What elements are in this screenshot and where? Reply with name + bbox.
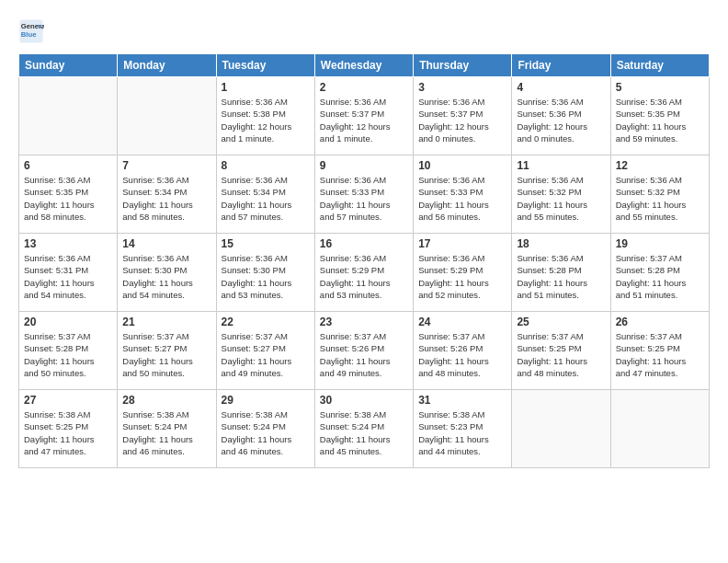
logo: General Blue — [18, 18, 48, 44]
day-number: 26 — [616, 316, 704, 328]
day-number: 6 — [24, 159, 112, 172]
calendar-cell: 21Sunrise: 5:37 AM Sunset: 5:27 PM Dayli… — [118, 312, 216, 390]
calendar-cell: 27Sunrise: 5:38 AM Sunset: 5:25 PM Dayli… — [19, 390, 118, 468]
calendar-week-row: 20Sunrise: 5:37 AM Sunset: 5:28 PM Dayli… — [19, 312, 710, 390]
day-number: 25 — [517, 316, 605, 328]
weekday-header: Wednesday — [314, 54, 413, 77]
calendar-cell: 31Sunrise: 5:38 AM Sunset: 5:23 PM Dayli… — [414, 390, 512, 468]
day-number: 23 — [320, 316, 408, 328]
day-info: Sunrise: 5:36 AM Sunset: 5:30 PM Dayligh… — [222, 252, 310, 301]
day-info: Sunrise: 5:36 AM Sunset: 5:37 PM Dayligh… — [418, 96, 506, 144]
day-number: 22 — [222, 316, 310, 328]
calendar-week-row: 1Sunrise: 5:36 AM Sunset: 5:38 PM Daylig… — [19, 77, 710, 155]
calendar-cell — [512, 390, 610, 468]
day-number: 21 — [122, 316, 210, 328]
day-info: Sunrise: 5:36 AM Sunset: 5:33 PM Dayligh… — [320, 174, 408, 223]
day-number: 2 — [320, 81, 408, 94]
day-number: 14 — [122, 237, 210, 250]
calendar-cell — [610, 390, 709, 468]
calendar-cell: 30Sunrise: 5:38 AM Sunset: 5:24 PM Dayli… — [314, 390, 413, 468]
weekday-header: Thursday — [414, 54, 512, 77]
day-info: Sunrise: 5:36 AM Sunset: 5:38 PM Dayligh… — [222, 96, 310, 144]
calendar-cell: 20Sunrise: 5:37 AM Sunset: 5:28 PM Dayli… — [19, 312, 118, 390]
weekday-header: Tuesday — [216, 54, 314, 77]
day-number: 16 — [320, 237, 408, 250]
day-info: Sunrise: 5:36 AM Sunset: 5:29 PM Dayligh… — [320, 252, 408, 301]
calendar-cell — [19, 77, 118, 155]
day-number: 4 — [517, 81, 605, 94]
calendar-cell: 13Sunrise: 5:36 AM Sunset: 5:31 PM Dayli… — [19, 234, 118, 312]
calendar-cell: 19Sunrise: 5:37 AM Sunset: 5:28 PM Dayli… — [610, 234, 709, 312]
day-number: 7 — [122, 159, 210, 172]
day-info: Sunrise: 5:37 AM Sunset: 5:28 PM Dayligh… — [24, 330, 112, 379]
calendar-cell: 7Sunrise: 5:36 AM Sunset: 5:34 PM Daylig… — [118, 155, 216, 234]
day-info: Sunrise: 5:36 AM Sunset: 5:34 PM Dayligh… — [122, 174, 210, 223]
calendar-cell: 15Sunrise: 5:36 AM Sunset: 5:30 PM Dayli… — [216, 234, 314, 312]
page-header: General Blue — [18, 18, 710, 44]
calendar-cell — [118, 77, 216, 155]
day-info: Sunrise: 5:38 AM Sunset: 5:23 PM Dayligh… — [418, 408, 506, 457]
calendar-cell: 11Sunrise: 5:36 AM Sunset: 5:32 PM Dayli… — [512, 155, 610, 234]
calendar-cell: 9Sunrise: 5:36 AM Sunset: 5:33 PM Daylig… — [314, 155, 413, 234]
day-info: Sunrise: 5:37 AM Sunset: 5:25 PM Dayligh… — [616, 330, 704, 379]
calendar-cell: 28Sunrise: 5:38 AM Sunset: 5:24 PM Dayli… — [118, 390, 216, 468]
day-number: 31 — [418, 394, 506, 407]
calendar-cell: 22Sunrise: 5:37 AM Sunset: 5:27 PM Dayli… — [216, 312, 314, 390]
day-info: Sunrise: 5:38 AM Sunset: 5:24 PM Dayligh… — [320, 408, 408, 457]
day-info: Sunrise: 5:37 AM Sunset: 5:25 PM Dayligh… — [517, 330, 605, 379]
day-info: Sunrise: 5:36 AM Sunset: 5:35 PM Dayligh… — [24, 174, 112, 223]
day-number: 20 — [24, 316, 112, 328]
day-info: Sunrise: 5:36 AM Sunset: 5:37 PM Dayligh… — [320, 96, 408, 144]
calendar-cell: 2Sunrise: 5:36 AM Sunset: 5:37 PM Daylig… — [314, 77, 413, 155]
svg-text:Blue: Blue — [21, 30, 37, 39]
day-number: 8 — [222, 159, 310, 172]
day-number: 9 — [320, 159, 408, 172]
calendar-week-row: 13Sunrise: 5:36 AM Sunset: 5:31 PM Dayli… — [19, 234, 710, 312]
calendar-cell: 26Sunrise: 5:37 AM Sunset: 5:25 PM Dayli… — [610, 312, 709, 390]
calendar-cell: 3Sunrise: 5:36 AM Sunset: 5:37 PM Daylig… — [414, 77, 512, 155]
calendar-cell: 17Sunrise: 5:36 AM Sunset: 5:29 PM Dayli… — [414, 234, 512, 312]
calendar-cell: 8Sunrise: 5:36 AM Sunset: 5:34 PM Daylig… — [216, 155, 314, 234]
day-info: Sunrise: 5:38 AM Sunset: 5:25 PM Dayligh… — [24, 408, 112, 457]
day-info: Sunrise: 5:36 AM Sunset: 5:31 PM Dayligh… — [24, 252, 112, 301]
day-info: Sunrise: 5:36 AM Sunset: 5:36 PM Dayligh… — [517, 96, 605, 144]
calendar-cell: 4Sunrise: 5:36 AM Sunset: 5:36 PM Daylig… — [512, 77, 610, 155]
day-number: 13 — [24, 237, 112, 250]
day-info: Sunrise: 5:36 AM Sunset: 5:28 PM Dayligh… — [517, 252, 605, 301]
day-info: Sunrise: 5:36 AM Sunset: 5:34 PM Dayligh… — [222, 174, 310, 223]
day-number: 11 — [517, 159, 605, 172]
day-info: Sunrise: 5:37 AM Sunset: 5:28 PM Dayligh… — [616, 252, 704, 301]
day-number: 29 — [222, 394, 310, 407]
calendar-cell: 12Sunrise: 5:36 AM Sunset: 5:32 PM Dayli… — [610, 155, 709, 234]
weekday-header: Sunday — [19, 54, 118, 77]
day-info: Sunrise: 5:36 AM Sunset: 5:32 PM Dayligh… — [517, 174, 605, 223]
day-number: 30 — [320, 394, 408, 407]
day-number: 5 — [616, 81, 704, 94]
day-number: 24 — [418, 316, 506, 328]
day-info: Sunrise: 5:36 AM Sunset: 5:30 PM Dayligh… — [122, 252, 210, 301]
calendar-cell: 18Sunrise: 5:36 AM Sunset: 5:28 PM Dayli… — [512, 234, 610, 312]
day-info: Sunrise: 5:37 AM Sunset: 5:26 PM Dayligh… — [418, 330, 506, 379]
calendar-week-row: 6Sunrise: 5:36 AM Sunset: 5:35 PM Daylig… — [19, 155, 710, 234]
weekday-header: Monday — [118, 54, 216, 77]
calendar-cell: 14Sunrise: 5:36 AM Sunset: 5:30 PM Dayli… — [118, 234, 216, 312]
calendar-cell: 16Sunrise: 5:36 AM Sunset: 5:29 PM Dayli… — [314, 234, 413, 312]
calendar-cell: 5Sunrise: 5:36 AM Sunset: 5:35 PM Daylig… — [610, 77, 709, 155]
calendar-cell: 23Sunrise: 5:37 AM Sunset: 5:26 PM Dayli… — [314, 312, 413, 390]
day-number: 10 — [418, 159, 506, 172]
day-info: Sunrise: 5:37 AM Sunset: 5:27 PM Dayligh… — [122, 330, 210, 379]
day-info: Sunrise: 5:37 AM Sunset: 5:27 PM Dayligh… — [222, 330, 310, 379]
day-number: 12 — [616, 159, 704, 172]
day-info: Sunrise: 5:38 AM Sunset: 5:24 PM Dayligh… — [222, 408, 310, 457]
day-number: 17 — [418, 237, 506, 250]
weekday-header: Friday — [512, 54, 610, 77]
calendar-week-row: 27Sunrise: 5:38 AM Sunset: 5:25 PM Dayli… — [19, 390, 710, 468]
calendar-cell: 29Sunrise: 5:38 AM Sunset: 5:24 PM Dayli… — [216, 390, 314, 468]
day-number: 27 — [24, 394, 112, 407]
day-info: Sunrise: 5:37 AM Sunset: 5:26 PM Dayligh… — [320, 330, 408, 379]
day-number: 28 — [122, 394, 210, 407]
day-info: Sunrise: 5:36 AM Sunset: 5:29 PM Dayligh… — [418, 252, 506, 301]
day-number: 3 — [418, 81, 506, 94]
calendar-table: SundayMondayTuesdayWednesdayThursdayFrid… — [18, 53, 710, 468]
logo-icon: General Blue — [18, 18, 44, 44]
